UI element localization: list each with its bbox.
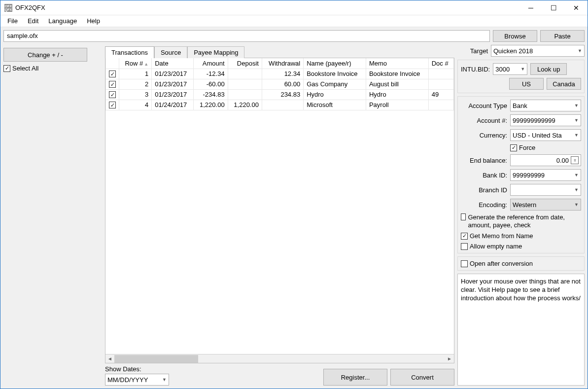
col-deposit[interactable]: Deposit — [228, 58, 262, 69]
cell-date: 01/23/2017 — [152, 79, 194, 89]
convert-button[interactable]: Convert — [390, 369, 454, 386]
cell-withdrawal — [262, 100, 303, 110]
menu-file[interactable]: File — [3, 16, 22, 26]
cell-withdrawal: 60.00 — [262, 79, 303, 89]
col-doc[interactable]: Doc # — [428, 58, 453, 69]
scroll-thumb[interactable] — [114, 355, 198, 363]
chevron-down-icon: ▼ — [574, 103, 579, 108]
row-checkbox[interactable]: ✓ — [109, 71, 116, 77]
get-memo-label: Get Memo from Name — [470, 232, 533, 240]
cell-memo: Bookstore Invoice — [366, 69, 428, 79]
cell-deposit: 1,220.00 — [228, 100, 262, 110]
cell-row: 1 — [119, 69, 152, 79]
menu-edit[interactable]: Edit — [24, 16, 42, 26]
cell-name: Gas Company — [304, 79, 366, 89]
horizontal-scrollbar[interactable]: ◄ ► — [105, 354, 454, 363]
open-after-checkbox[interactable] — [461, 260, 468, 267]
branch-id-select[interactable]: ▼ — [510, 184, 581, 196]
calculator-icon[interactable]: ⌗ — [571, 156, 579, 164]
col-withdrawal[interactable]: Withdrawal — [262, 58, 303, 69]
tab-payee-mapping[interactable]: Payee Mapping — [187, 46, 244, 58]
cell-doc: 49 — [428, 89, 453, 100]
menu-help[interactable]: Help — [83, 16, 104, 26]
cell-memo: Hydro — [366, 89, 428, 100]
branch-id-label: Branch ID — [461, 186, 507, 194]
show-dates-select[interactable]: MM/DD/YYYY ▼ — [105, 374, 169, 386]
hint-text: Hover your mouse over things that are no… — [457, 274, 585, 386]
chevron-down-icon: ▼ — [520, 67, 525, 71]
chevron-down-icon: ▼ — [574, 173, 579, 177]
account-number-select[interactable]: 999999999999 ▼ — [510, 114, 581, 126]
allow-empty-checkbox[interactable] — [461, 243, 468, 250]
cell-name: Microsoft — [304, 100, 366, 110]
cell-deposit — [228, 79, 262, 89]
lookup-button[interactable]: Look up — [530, 63, 567, 75]
col-memo[interactable]: Memo — [366, 58, 428, 69]
select-all-checkbox[interactable]: ✓ — [3, 65, 10, 72]
target-select[interactable]: Quicken 2018 ▼ — [491, 45, 585, 57]
encoding-select[interactable]: Western ▼ — [510, 199, 581, 211]
chevron-down-icon: ▼ — [578, 48, 582, 53]
account-type-select[interactable]: Bank ▼ — [510, 100, 581, 111]
account-number-label: Account #: — [461, 117, 507, 124]
col-row[interactable]: Row #▲ — [119, 58, 152, 69]
end-balance-input[interactable]: 0.00 ⌗ — [510, 154, 581, 166]
intu-bid-select[interactable]: 3000 ▼ — [493, 63, 527, 75]
col-name[interactable]: Name (payee/r) — [304, 58, 366, 69]
change-sign-button[interactable]: Change + / - — [3, 48, 87, 62]
cell-withdrawal: 12.34 — [262, 69, 303, 79]
cell-amount: -12.34 — [194, 69, 228, 79]
col-amount[interactable]: Amount — [194, 58, 228, 69]
table-row[interactable]: ✓401/24/20171,220.001,220.00MicrosoftPay… — [106, 100, 454, 110]
sort-asc-icon: ▲ — [144, 62, 148, 67]
chevron-down-icon: ▼ — [574, 118, 579, 123]
cell-amount: -60.00 — [194, 79, 228, 89]
force-checkbox[interactable]: ✓ — [510, 144, 517, 151]
cell-doc — [428, 79, 453, 89]
table-row[interactable]: ✓201/23/2017-60.0060.00Gas CompanyAugust… — [106, 79, 454, 89]
paste-button[interactable]: Paste — [540, 30, 585, 42]
get-memo-checkbox[interactable]: ✓ — [461, 233, 468, 240]
generate-reference-checkbox[interactable] — [461, 213, 466, 220]
us-button[interactable]: US — [509, 78, 544, 90]
cell-withdrawal: 234.83 — [262, 89, 303, 100]
register-button[interactable]: Register... — [323, 369, 387, 386]
cell-deposit — [228, 89, 262, 100]
app-icon: OFXQFX — [4, 4, 12, 12]
scroll-right-icon[interactable]: ► — [445, 354, 454, 363]
chevron-down-icon: ▼ — [162, 377, 167, 382]
titlebar: OFXQFX OFX2QFX ─ ☐ ✕ — [0, 0, 588, 15]
row-checkbox[interactable]: ✓ — [109, 81, 116, 88]
cell-row: 4 — [119, 100, 152, 110]
window-title: OFX2QFX — [15, 4, 519, 11]
intu-bid-label: INTU.BID: — [461, 66, 490, 73]
tab-source[interactable]: Source — [154, 46, 187, 58]
bank-id-label: Bank ID: — [461, 172, 507, 179]
cell-row: 3 — [119, 89, 152, 100]
menu-language[interactable]: Language — [44, 16, 81, 26]
row-checkbox[interactable]: ✓ — [109, 91, 116, 98]
bank-id-select[interactable]: 999999999 ▼ — [510, 169, 581, 181]
cell-amount: -234.83 — [194, 89, 228, 100]
table-row[interactable]: ✓301/23/2017-234.83234.83HydroHydro49 — [106, 89, 454, 100]
tab-transactions[interactable]: Transactions — [105, 46, 154, 58]
cell-name: Bookstore Invoice — [304, 69, 366, 79]
cell-memo: Payroll — [366, 100, 428, 110]
force-label: Force — [519, 144, 535, 151]
generate-reference-label: Generate the reference from date, amount… — [468, 213, 581, 229]
scroll-left-icon[interactable]: ◄ — [105, 354, 114, 363]
col-date[interactable]: Date — [152, 58, 194, 69]
table-row[interactable]: ✓101/23/2017-12.3412.34Bookstore Invoice… — [106, 69, 454, 79]
close-button[interactable]: ✕ — [565, 0, 588, 15]
row-checkbox[interactable]: ✓ — [109, 102, 116, 108]
browse-button[interactable]: Browse — [493, 30, 537, 42]
maximize-button[interactable]: ☐ — [542, 0, 565, 15]
select-all-label: Select All — [12, 65, 38, 72]
canada-button[interactable]: Canada — [547, 78, 581, 90]
cell-date: 01/23/2017 — [152, 89, 194, 100]
currency-select[interactable]: USD - United Sta ▼ — [510, 129, 581, 141]
transactions-table: Row #▲ Date Amount Deposit Withdrawal Na… — [105, 58, 454, 110]
col-checkbox[interactable] — [106, 58, 119, 69]
minimize-button[interactable]: ─ — [519, 0, 542, 15]
filepath-input[interactable]: sample.ofx — [3, 30, 490, 42]
